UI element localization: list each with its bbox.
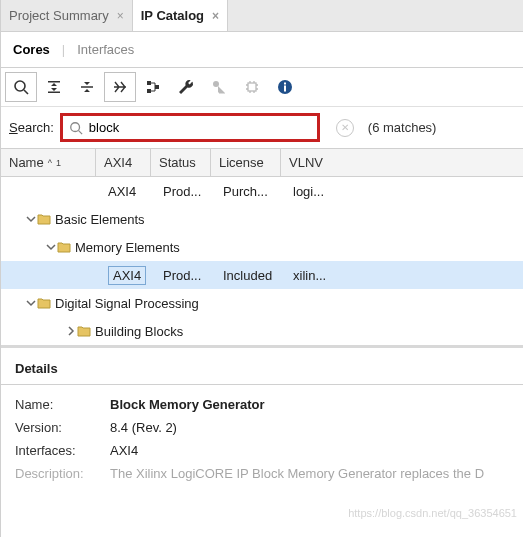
- expand-all-button[interactable]: [71, 72, 103, 102]
- search-label: Search:: [9, 120, 54, 135]
- close-icon[interactable]: ×: [117, 9, 124, 23]
- key-icon: [211, 79, 227, 95]
- svg-line-11: [78, 130, 82, 134]
- details-label: Version:: [15, 420, 110, 435]
- match-count: (6 matches): [368, 120, 437, 135]
- tree-folder-basic-elements[interactable]: Basic Elements: [1, 205, 523, 233]
- chip-icon: [244, 79, 260, 95]
- cell-status: Prod...: [155, 184, 215, 199]
- tab-ip-catalog[interactable]: IP Catalog ×: [133, 0, 228, 31]
- folder-label: Digital Signal Processing: [55, 296, 199, 311]
- search-box: [60, 113, 320, 142]
- details-label: Interfaces:: [15, 443, 110, 458]
- clear-search-button[interactable]: ✕: [336, 119, 354, 137]
- add-ip-icon: [145, 79, 161, 95]
- sort-order: 1: [56, 158, 61, 168]
- subtab-interfaces[interactable]: Interfaces: [77, 42, 134, 57]
- column-name[interactable]: Name ^ 1: [1, 149, 96, 176]
- subtab-cores[interactable]: Cores: [13, 42, 50, 57]
- svg-rect-9: [284, 83, 286, 85]
- info-button[interactable]: [269, 72, 301, 102]
- search-icon: [13, 79, 29, 95]
- table-row-selected[interactable]: AXI4 Prod... Included xilin...: [1, 261, 523, 289]
- folder-icon: [37, 296, 51, 310]
- tab-project-summary[interactable]: Project Summary ×: [1, 0, 133, 31]
- svg-point-0: [15, 81, 25, 91]
- cell-vlnv: logi...: [285, 184, 523, 199]
- chevron-down-icon[interactable]: [25, 213, 37, 225]
- details-row-description: Description: The Xilinx LogiCORE IP Bloc…: [1, 462, 523, 485]
- folder-label: Building Blocks: [95, 324, 183, 339]
- search-input[interactable]: [87, 119, 311, 136]
- tree-folder-memory-elements[interactable]: Memory Elements: [1, 233, 523, 261]
- details-title: Details: [1, 355, 523, 384]
- cell-axi: AXI4: [100, 266, 155, 285]
- search-icon: [69, 121, 83, 135]
- chip-button[interactable]: [236, 72, 268, 102]
- folder-label: Memory Elements: [75, 240, 180, 255]
- table-header: Name ^ 1 AXI4 Status License VLNV: [1, 149, 523, 177]
- svg-line-1: [24, 90, 28, 94]
- table-row[interactable]: AXI4 Prod... Purch... logi...: [1, 177, 523, 205]
- group-button[interactable]: [104, 72, 136, 102]
- info-icon: [277, 79, 293, 95]
- close-icon[interactable]: ×: [212, 9, 219, 23]
- watermark: https://blog.csdn.net/qq_36354651: [348, 507, 517, 519]
- svg-rect-2: [147, 81, 151, 85]
- cell-vlnv: xilin...: [285, 268, 523, 283]
- folder-icon: [77, 324, 91, 338]
- folder-label: Basic Elements: [55, 212, 145, 227]
- column-license[interactable]: License: [211, 149, 281, 176]
- svg-point-10: [71, 122, 80, 131]
- svg-rect-4: [155, 85, 159, 89]
- tab-label: Project Summary: [9, 8, 109, 23]
- add-ip-button[interactable]: [137, 72, 169, 102]
- tree-folder-dsp[interactable]: Digital Signal Processing: [1, 289, 523, 317]
- expand-icon: [79, 79, 95, 95]
- chevron-down-icon[interactable]: [45, 241, 57, 253]
- chevron-down-icon[interactable]: [25, 297, 37, 309]
- folder-icon: [37, 212, 51, 226]
- details-row-interfaces: Interfaces: AXI4: [1, 439, 523, 462]
- collapse-all-button[interactable]: [38, 72, 70, 102]
- sort-indicator: ^: [48, 158, 52, 168]
- ip-tree: AXI4 Prod... Purch... logi... Basic Elem…: [1, 177, 523, 345]
- divider: |: [62, 42, 65, 57]
- svg-rect-6: [248, 83, 256, 91]
- cell-license: Included: [215, 268, 285, 283]
- details-value-name: Block Memory Generator: [110, 397, 265, 412]
- folder-icon: [57, 240, 71, 254]
- group-icon: [112, 79, 128, 95]
- chevron-right-icon[interactable]: [65, 325, 77, 337]
- settings-button[interactable]: [170, 72, 202, 102]
- toolbar: [1, 68, 523, 107]
- details-value-description: The Xilinx LogiCORE IP Block Memory Gene…: [110, 466, 484, 481]
- column-axi4[interactable]: AXI4: [96, 149, 151, 176]
- svg-rect-8: [284, 86, 286, 92]
- cell-license: Purch...: [215, 184, 285, 199]
- details-label: Description:: [15, 466, 110, 481]
- tree-folder-building-blocks[interactable]: Building Blocks: [1, 317, 523, 345]
- details-value-interfaces: AXI4: [110, 443, 138, 458]
- details-value-version: 8.4 (Rev. 2): [110, 420, 177, 435]
- column-vlnv[interactable]: VLNV: [281, 149, 523, 176]
- cell-status: Prod...: [155, 268, 215, 283]
- search-button[interactable]: [5, 72, 37, 102]
- collapse-icon: [46, 79, 62, 95]
- details-label: Name:: [15, 397, 110, 412]
- svg-rect-3: [147, 89, 151, 93]
- details-row-version: Version: 8.4 (Rev. 2): [1, 416, 523, 439]
- details-row-name: Name: Block Memory Generator: [1, 393, 523, 416]
- tab-label: IP Catalog: [141, 8, 204, 23]
- key-button[interactable]: [203, 72, 235, 102]
- cell-axi: AXI4: [100, 184, 155, 199]
- wrench-icon: [178, 79, 194, 95]
- column-status[interactable]: Status: [151, 149, 211, 176]
- close-icon: ✕: [341, 122, 349, 133]
- svg-point-5: [213, 81, 219, 87]
